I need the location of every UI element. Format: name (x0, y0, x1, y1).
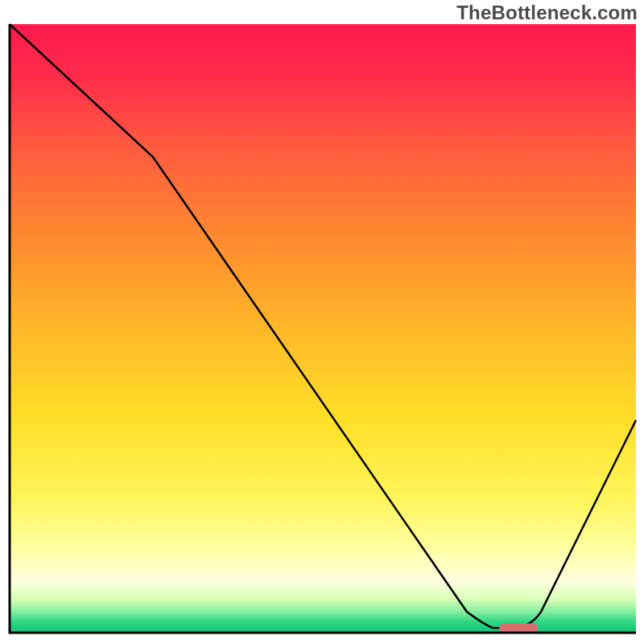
watermark-text: TheBottleneck.com (456, 2, 638, 24)
optimum-marker (499, 624, 538, 633)
bottleneck-chart (0, 0, 644, 644)
chart-container: TheBottleneck.com (0, 0, 644, 644)
plot-background (10, 24, 636, 633)
